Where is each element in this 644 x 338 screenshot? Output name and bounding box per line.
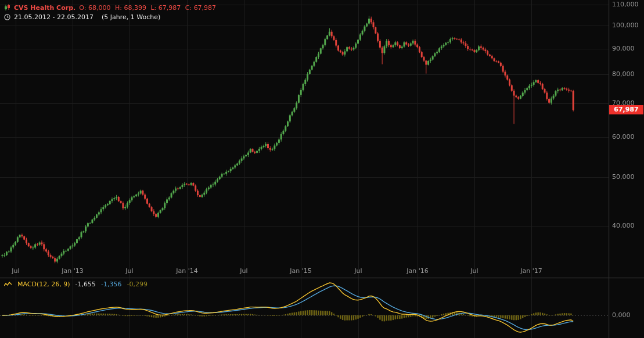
close-value: C: 67,987 xyxy=(185,4,216,12)
last-price-badge: 67,987 xyxy=(609,105,643,114)
macd-histogram-value: -0,299 xyxy=(127,281,147,288)
range-duration-text: (5 Jahre, 1 Woche) xyxy=(102,13,160,21)
chart-legend: CVS Health Corp. O: 68,000 H: 68,399 L: … xyxy=(4,3,218,21)
x-axis-label: Jul xyxy=(460,267,488,275)
ohlc-readout: O: 68,000 H: 68,399 L: 67,987 C: 67,987 xyxy=(79,4,218,12)
x-axis-label: Jul xyxy=(2,267,30,275)
x-axis-label: Jan '14 xyxy=(173,267,201,275)
x-axis-label: Jul xyxy=(230,267,258,275)
y-axis-label: 80,000 xyxy=(612,70,635,78)
x-axis-label: Jan '15 xyxy=(287,267,315,275)
y-axis-label: 60,000 xyxy=(612,133,635,141)
clock-icon xyxy=(4,14,10,20)
low-value: L: 67,987 xyxy=(150,4,181,12)
symbol-row: CVS Health Corp. O: 68,000 H: 68,399 L: … xyxy=(4,3,218,12)
open-value: O: 68,000 xyxy=(79,4,110,12)
y-axis-label: 110,000 xyxy=(612,1,639,8)
macd-signal-value: -1,356 xyxy=(101,281,121,288)
date-range-text: 21.05.2012 - 22.05.2017 xyxy=(14,13,93,21)
symbol-name: CVS Health Corp. xyxy=(14,4,75,12)
x-axis-label: Jan '17 xyxy=(517,267,545,275)
y-axis-label: 40,000 xyxy=(612,222,635,229)
y-axis-label: 100,000 xyxy=(612,21,639,29)
y-axis-label: 50,000 xyxy=(612,173,635,181)
chart-application: CVS Health Corp. O: 68,000 H: 68,399 L: … xyxy=(0,0,644,338)
macd-legend: MACD(12, 26, 9) -1,655 -1,356 -0,299 xyxy=(4,281,147,288)
indicator-wave-icon xyxy=(4,282,12,287)
y-axis-label: 90,000 xyxy=(612,45,635,52)
x-axis-label: Jul xyxy=(116,267,143,275)
date-range-row: 21.05.2012 - 22.05.2017 (5 Jahre, 1 Woch… xyxy=(4,12,218,21)
macd-label: MACD(12, 26, 9) xyxy=(17,281,70,288)
candlestick-icon xyxy=(4,4,10,11)
x-axis-label: Jan '13 xyxy=(59,267,87,275)
macd-zero-label: 0,000 xyxy=(612,311,631,319)
x-axis-label: Jul xyxy=(344,267,372,275)
x-axis-label: Jan '16 xyxy=(404,267,431,275)
high-value: H: 68,399 xyxy=(115,4,146,12)
macd-value: -1,655 xyxy=(75,281,96,288)
